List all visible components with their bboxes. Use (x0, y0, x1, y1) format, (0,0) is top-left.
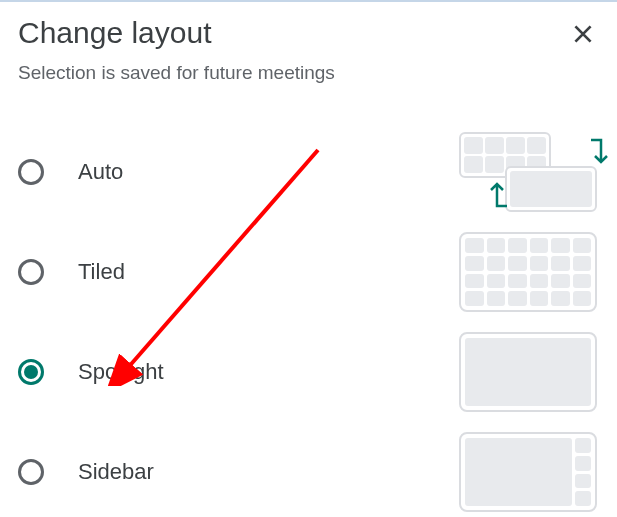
option-sidebar[interactable]: Sidebar (18, 422, 599, 517)
layout-options: Auto Tiled (18, 122, 599, 517)
option-tiled[interactable]: Tiled (18, 222, 599, 322)
thumb-tiled (459, 232, 597, 312)
option-label: Spotlight (78, 359, 459, 385)
swap-arrow-up-icon (487, 176, 509, 208)
radio-tiled[interactable] (18, 259, 44, 285)
thumb-auto (459, 132, 597, 212)
swap-arrow-down-icon (589, 138, 611, 170)
radio-sidebar[interactable] (18, 459, 44, 485)
radio-auto[interactable] (18, 159, 44, 185)
thumb-sidebar (459, 432, 597, 512)
close-button[interactable] (563, 14, 603, 54)
dialog-subtitle: Selection is saved for future meetings (18, 62, 599, 84)
option-label: Auto (78, 159, 459, 185)
option-auto[interactable]: Auto (18, 122, 599, 222)
option-spotlight[interactable]: Spotlight (18, 322, 599, 422)
radio-spotlight[interactable] (18, 359, 44, 385)
option-label: Tiled (78, 259, 459, 285)
close-icon (570, 21, 596, 47)
thumb-spotlight (459, 332, 597, 412)
change-layout-dialog: Change layout Selection is saved for fut… (0, 2, 617, 517)
option-label: Sidebar (78, 459, 459, 485)
dialog-header: Change layout (18, 16, 599, 54)
dialog-title: Change layout (18, 16, 211, 50)
